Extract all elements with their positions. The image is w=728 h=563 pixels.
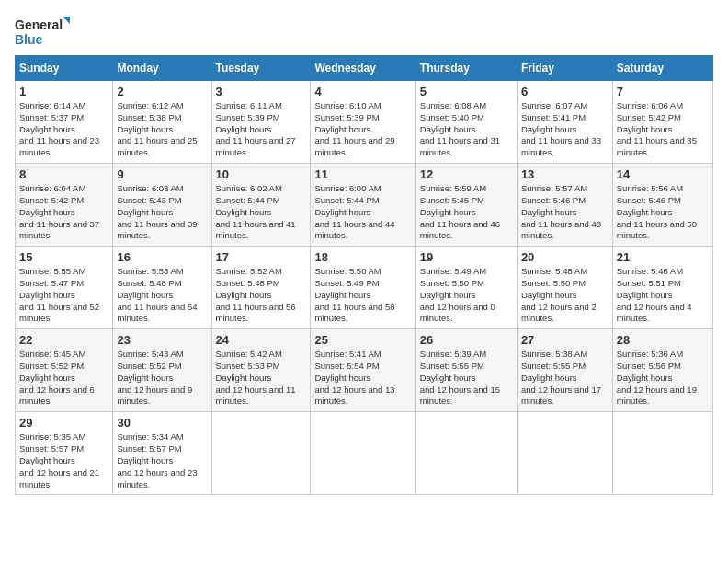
logo-svg: General Blue (15, 15, 70, 48)
day-info: Sunrise: 6:00 AMSunset: 5:44 PMDaylight … (314, 183, 411, 242)
day-info: Sunrise: 5:49 AMSunset: 5:50 PMDaylight … (420, 266, 513, 325)
day-header-saturday: Saturday (612, 56, 712, 81)
svg-text:Blue: Blue (15, 32, 43, 47)
calendar-week-row: 8Sunrise: 6:04 AMSunset: 5:42 PMDaylight… (16, 164, 713, 247)
calendar-cell: 25Sunrise: 5:41 AMSunset: 5:54 PMDayligh… (311, 329, 415, 412)
day-number: 4 (314, 85, 411, 98)
day-number: 9 (117, 167, 207, 181)
calendar-cell: 7Sunrise: 6:06 AMSunset: 5:42 PMDaylight… (612, 81, 712, 164)
day-info: Sunrise: 5:57 AMSunset: 5:46 PMDaylight … (521, 183, 609, 242)
day-number: 8 (19, 167, 108, 181)
header-row: SundayMondayTuesdayWednesdayThursdayFrid… (16, 56, 713, 81)
day-number: 22 (19, 333, 108, 347)
day-info: Sunrise: 5:34 AMSunset: 5:57 PMDaylight … (117, 431, 207, 490)
day-number: 2 (117, 85, 207, 98)
svg-marker-2 (63, 17, 70, 24)
calendar-cell: 17Sunrise: 5:52 AMSunset: 5:48 PMDayligh… (211, 247, 311, 329)
calendar-cell: 4Sunrise: 6:10 AMSunset: 5:39 PMDaylight… (311, 81, 415, 164)
day-number: 27 (521, 333, 609, 347)
calendar-cell: 24Sunrise: 5:42 AMSunset: 5:53 PMDayligh… (211, 329, 311, 412)
calendar-cell: 11Sunrise: 6:00 AMSunset: 5:44 PMDayligh… (311, 164, 415, 247)
day-info: Sunrise: 5:41 AMSunset: 5:54 PMDaylight … (314, 349, 411, 408)
day-info: Sunrise: 6:04 AMSunset: 5:42 PMDaylight … (19, 183, 108, 242)
day-info: Sunrise: 5:55 AMSunset: 5:47 PMDaylight … (19, 266, 108, 325)
day-header-monday: Monday (113, 56, 211, 81)
calendar-cell: 2Sunrise: 6:12 AMSunset: 5:38 PMDaylight… (113, 81, 211, 164)
calendar-cell: 14Sunrise: 5:56 AMSunset: 5:46 PMDayligh… (612, 164, 712, 247)
day-info: Sunrise: 6:12 AMSunset: 5:38 PMDaylight … (117, 100, 207, 159)
day-number: 28 (617, 333, 709, 347)
calendar-cell: 22Sunrise: 5:45 AMSunset: 5:52 PMDayligh… (16, 329, 113, 412)
calendar-cell: 8Sunrise: 6:04 AMSunset: 5:42 PMDaylight… (16, 164, 113, 247)
day-info: Sunrise: 6:03 AMSunset: 5:43 PMDaylight … (117, 183, 207, 242)
day-info: Sunrise: 6:08 AMSunset: 5:40 PMDaylight … (420, 100, 513, 159)
day-info: Sunrise: 6:10 AMSunset: 5:39 PMDaylight … (314, 100, 411, 159)
calendar-cell: 9Sunrise: 6:03 AMSunset: 5:43 PMDaylight… (113, 164, 211, 247)
day-info: Sunrise: 5:43 AMSunset: 5:52 PMDaylight … (117, 349, 207, 408)
day-header-thursday: Thursday (415, 56, 517, 81)
calendar-cell: 21Sunrise: 5:46 AMSunset: 5:51 PMDayligh… (612, 247, 712, 329)
day-info: Sunrise: 6:06 AMSunset: 5:42 PMDaylight … (617, 100, 709, 159)
day-number: 24 (216, 333, 307, 347)
day-info: Sunrise: 5:42 AMSunset: 5:53 PMDaylight … (216, 349, 307, 408)
day-number: 14 (617, 167, 709, 181)
calendar-cell: 26Sunrise: 5:39 AMSunset: 5:55 PMDayligh… (415, 329, 517, 412)
day-header-tuesday: Tuesday (211, 56, 311, 81)
day-number: 25 (314, 333, 411, 347)
calendar-week-row: 22Sunrise: 5:45 AMSunset: 5:52 PMDayligh… (16, 329, 713, 412)
calendar-cell: 3Sunrise: 6:11 AMSunset: 5:39 PMDaylight… (211, 81, 311, 164)
day-info: Sunrise: 6:07 AMSunset: 5:41 PMDaylight … (521, 100, 609, 159)
day-number: 17 (216, 250, 307, 264)
day-info: Sunrise: 5:56 AMSunset: 5:46 PMDaylight … (617, 183, 709, 242)
logo: General Blue (15, 15, 70, 48)
calendar-cell: 12Sunrise: 5:59 AMSunset: 5:45 PMDayligh… (415, 164, 517, 247)
calendar-cell: 19Sunrise: 5:49 AMSunset: 5:50 PMDayligh… (415, 247, 517, 329)
day-number: 11 (314, 167, 411, 181)
page-header: General Blue (15, 15, 713, 48)
day-info: Sunrise: 6:14 AMSunset: 5:37 PMDaylight … (19, 100, 108, 159)
day-info: Sunrise: 5:46 AMSunset: 5:51 PMDaylight … (617, 266, 709, 325)
day-number: 23 (117, 333, 207, 347)
calendar-week-row: 1Sunrise: 6:14 AMSunset: 5:37 PMDaylight… (16, 81, 713, 164)
calendar-cell (211, 412, 311, 495)
svg-text:General: General (15, 17, 63, 32)
day-info: Sunrise: 5:38 AMSunset: 5:55 PMDaylight … (521, 349, 609, 408)
day-number: 30 (117, 416, 207, 430)
day-number: 3 (216, 85, 307, 98)
day-info: Sunrise: 5:36 AMSunset: 5:56 PMDaylight … (617, 349, 709, 408)
calendar-cell (517, 412, 612, 495)
day-info: Sunrise: 5:35 AMSunset: 5:57 PMDaylight … (19, 431, 108, 490)
day-info: Sunrise: 5:48 AMSunset: 5:50 PMDaylight … (521, 266, 609, 325)
day-info: Sunrise: 5:59 AMSunset: 5:45 PMDaylight … (420, 183, 513, 242)
day-info: Sunrise: 6:02 AMSunset: 5:44 PMDaylight … (216, 183, 307, 242)
calendar-cell: 13Sunrise: 5:57 AMSunset: 5:46 PMDayligh… (517, 164, 612, 247)
calendar-cell: 16Sunrise: 5:53 AMSunset: 5:48 PMDayligh… (113, 247, 211, 329)
calendar-cell: 6Sunrise: 6:07 AMSunset: 5:41 PMDaylight… (517, 81, 612, 164)
day-info: Sunrise: 5:53 AMSunset: 5:48 PMDaylight … (117, 266, 207, 325)
day-number: 10 (216, 167, 307, 181)
calendar-cell: 28Sunrise: 5:36 AMSunset: 5:56 PMDayligh… (612, 329, 712, 412)
calendar-cell (612, 412, 712, 495)
day-info: Sunrise: 5:45 AMSunset: 5:52 PMDaylight … (19, 349, 108, 408)
day-number: 20 (521, 250, 609, 264)
calendar-cell: 20Sunrise: 5:48 AMSunset: 5:50 PMDayligh… (517, 247, 612, 329)
day-info: Sunrise: 6:11 AMSunset: 5:39 PMDaylight … (216, 100, 307, 159)
day-number: 29 (19, 416, 108, 430)
calendar-cell: 27Sunrise: 5:38 AMSunset: 5:55 PMDayligh… (517, 329, 612, 412)
day-number: 1 (19, 85, 108, 98)
calendar-cell: 18Sunrise: 5:50 AMSunset: 5:49 PMDayligh… (311, 247, 415, 329)
day-info: Sunrise: 5:39 AMSunset: 5:55 PMDaylight … (420, 349, 513, 408)
calendar-cell: 30Sunrise: 5:34 AMSunset: 5:57 PMDayligh… (113, 412, 211, 495)
day-number: 26 (420, 333, 513, 347)
day-number: 18 (314, 250, 411, 264)
day-number: 16 (117, 250, 207, 264)
calendar-cell: 15Sunrise: 5:55 AMSunset: 5:47 PMDayligh… (16, 247, 113, 329)
day-number: 21 (617, 250, 709, 264)
calendar-cell (415, 412, 517, 495)
calendar-cell: 10Sunrise: 6:02 AMSunset: 5:44 PMDayligh… (211, 164, 311, 247)
day-info: Sunrise: 5:52 AMSunset: 5:48 PMDaylight … (216, 266, 307, 325)
calendar-cell: 1Sunrise: 6:14 AMSunset: 5:37 PMDaylight… (16, 81, 113, 164)
day-header-friday: Friday (517, 56, 612, 81)
day-number: 12 (420, 167, 513, 181)
day-number: 13 (521, 167, 609, 181)
